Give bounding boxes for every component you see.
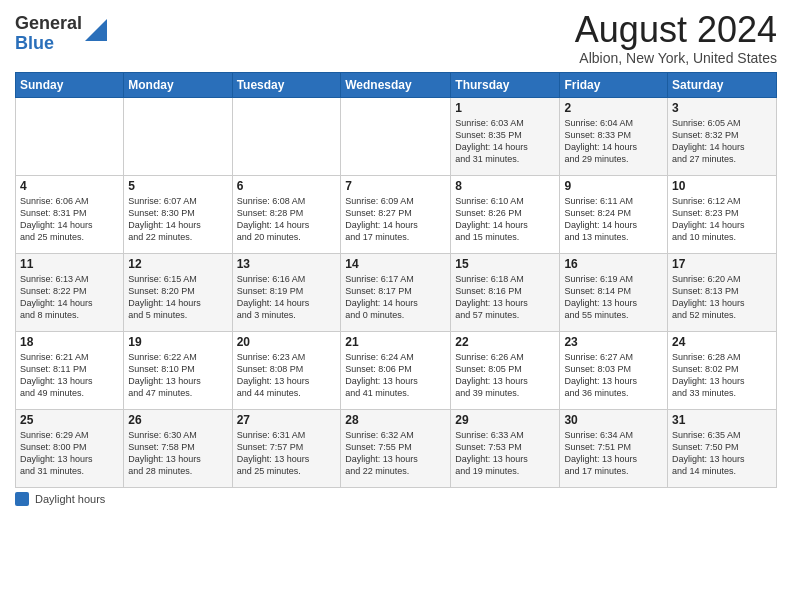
day-info: Sunrise: 6:03 AM Sunset: 8:35 PM Dayligh… <box>455 117 555 166</box>
day-info: Sunrise: 6:31 AM Sunset: 7:57 PM Dayligh… <box>237 429 337 478</box>
day-number: 7 <box>345 179 446 193</box>
day-number: 13 <box>237 257 337 271</box>
day-number: 28 <box>345 413 446 427</box>
day-number: 19 <box>128 335 227 349</box>
day-info: Sunrise: 6:34 AM Sunset: 7:51 PM Dayligh… <box>564 429 663 478</box>
calendar-cell: 13Sunrise: 6:16 AM Sunset: 8:19 PM Dayli… <box>232 253 341 331</box>
day-info: Sunrise: 6:29 AM Sunset: 8:00 PM Dayligh… <box>20 429 119 478</box>
day-info: Sunrise: 6:28 AM Sunset: 8:02 PM Dayligh… <box>672 351 772 400</box>
title-block: August 2024 Albion, New York, United Sta… <box>575 10 777 66</box>
day-number: 27 <box>237 413 337 427</box>
day-number: 17 <box>672 257 772 271</box>
logo: General Blue <box>15 14 107 54</box>
day-number: 30 <box>564 413 663 427</box>
day-number: 5 <box>128 179 227 193</box>
day-info: Sunrise: 6:13 AM Sunset: 8:22 PM Dayligh… <box>20 273 119 322</box>
month-title: August 2024 <box>575 10 777 50</box>
day-info: Sunrise: 6:05 AM Sunset: 8:32 PM Dayligh… <box>672 117 772 166</box>
day-info: Sunrise: 6:20 AM Sunset: 8:13 PM Dayligh… <box>672 273 772 322</box>
calendar-cell: 15Sunrise: 6:18 AM Sunset: 8:16 PM Dayli… <box>451 253 560 331</box>
weekday-header-wednesday: Wednesday <box>341 72 451 97</box>
day-info: Sunrise: 6:10 AM Sunset: 8:26 PM Dayligh… <box>455 195 555 244</box>
day-number: 15 <box>455 257 555 271</box>
weekday-header-tuesday: Tuesday <box>232 72 341 97</box>
weekday-header-sunday: Sunday <box>16 72 124 97</box>
weekday-header-monday: Monday <box>124 72 232 97</box>
calendar-cell: 6Sunrise: 6:08 AM Sunset: 8:28 PM Daylig… <box>232 175 341 253</box>
calendar-cell: 18Sunrise: 6:21 AM Sunset: 8:11 PM Dayli… <box>16 331 124 409</box>
calendar-cell: 17Sunrise: 6:20 AM Sunset: 8:13 PM Dayli… <box>668 253 777 331</box>
weekday-header-friday: Friday <box>560 72 668 97</box>
daylight-label: Daylight hours <box>35 493 105 505</box>
day-number: 22 <box>455 335 555 349</box>
page-container: General Blue August 2024 Albion, New Yor… <box>0 0 792 511</box>
calendar-cell: 5Sunrise: 6:07 AM Sunset: 8:30 PM Daylig… <box>124 175 232 253</box>
day-info: Sunrise: 6:22 AM Sunset: 8:10 PM Dayligh… <box>128 351 227 400</box>
calendar-cell: 10Sunrise: 6:12 AM Sunset: 8:23 PM Dayli… <box>668 175 777 253</box>
calendar-cell: 7Sunrise: 6:09 AM Sunset: 8:27 PM Daylig… <box>341 175 451 253</box>
day-number: 6 <box>237 179 337 193</box>
calendar-cell: 14Sunrise: 6:17 AM Sunset: 8:17 PM Dayli… <box>341 253 451 331</box>
calendar-cell: 19Sunrise: 6:22 AM Sunset: 8:10 PM Dayli… <box>124 331 232 409</box>
calendar-cell: 22Sunrise: 6:26 AM Sunset: 8:05 PM Dayli… <box>451 331 560 409</box>
day-info: Sunrise: 6:23 AM Sunset: 8:08 PM Dayligh… <box>237 351 337 400</box>
day-info: Sunrise: 6:30 AM Sunset: 7:58 PM Dayligh… <box>128 429 227 478</box>
header: General Blue August 2024 Albion, New Yor… <box>15 10 777 66</box>
footer: Daylight hours <box>15 492 777 506</box>
calendar-cell: 8Sunrise: 6:10 AM Sunset: 8:26 PM Daylig… <box>451 175 560 253</box>
calendar-cell: 2Sunrise: 6:04 AM Sunset: 8:33 PM Daylig… <box>560 97 668 175</box>
calendar-cell <box>232 97 341 175</box>
calendar-cell: 9Sunrise: 6:11 AM Sunset: 8:24 PM Daylig… <box>560 175 668 253</box>
calendar-cell: 1Sunrise: 6:03 AM Sunset: 8:35 PM Daylig… <box>451 97 560 175</box>
day-number: 16 <box>564 257 663 271</box>
logo-blue: Blue <box>15 34 82 54</box>
logo-icon <box>85 19 107 41</box>
day-number: 2 <box>564 101 663 115</box>
day-info: Sunrise: 6:19 AM Sunset: 8:14 PM Dayligh… <box>564 273 663 322</box>
calendar-week-4: 18Sunrise: 6:21 AM Sunset: 8:11 PM Dayli… <box>16 331 777 409</box>
day-info: Sunrise: 6:15 AM Sunset: 8:20 PM Dayligh… <box>128 273 227 322</box>
day-info: Sunrise: 6:27 AM Sunset: 8:03 PM Dayligh… <box>564 351 663 400</box>
day-number: 25 <box>20 413 119 427</box>
calendar-cell: 27Sunrise: 6:31 AM Sunset: 7:57 PM Dayli… <box>232 409 341 487</box>
calendar-cell: 20Sunrise: 6:23 AM Sunset: 8:08 PM Dayli… <box>232 331 341 409</box>
day-number: 21 <box>345 335 446 349</box>
calendar-week-5: 25Sunrise: 6:29 AM Sunset: 8:00 PM Dayli… <box>16 409 777 487</box>
day-number: 29 <box>455 413 555 427</box>
weekday-header-thursday: Thursday <box>451 72 560 97</box>
calendar-cell: 16Sunrise: 6:19 AM Sunset: 8:14 PM Dayli… <box>560 253 668 331</box>
day-info: Sunrise: 6:21 AM Sunset: 8:11 PM Dayligh… <box>20 351 119 400</box>
location: Albion, New York, United States <box>575 50 777 66</box>
day-info: Sunrise: 6:24 AM Sunset: 8:06 PM Dayligh… <box>345 351 446 400</box>
day-number: 1 <box>455 101 555 115</box>
day-info: Sunrise: 6:32 AM Sunset: 7:55 PM Dayligh… <box>345 429 446 478</box>
calendar-cell: 21Sunrise: 6:24 AM Sunset: 8:06 PM Dayli… <box>341 331 451 409</box>
calendar-cell: 29Sunrise: 6:33 AM Sunset: 7:53 PM Dayli… <box>451 409 560 487</box>
day-number: 20 <box>237 335 337 349</box>
logo-text: General Blue <box>15 14 82 54</box>
svg-marker-0 <box>85 19 107 41</box>
day-info: Sunrise: 6:33 AM Sunset: 7:53 PM Dayligh… <box>455 429 555 478</box>
day-number: 12 <box>128 257 227 271</box>
day-info: Sunrise: 6:18 AM Sunset: 8:16 PM Dayligh… <box>455 273 555 322</box>
day-number: 10 <box>672 179 772 193</box>
day-info: Sunrise: 6:12 AM Sunset: 8:23 PM Dayligh… <box>672 195 772 244</box>
weekday-header-row: SundayMondayTuesdayWednesdayThursdayFrid… <box>16 72 777 97</box>
calendar-cell: 26Sunrise: 6:30 AM Sunset: 7:58 PM Dayli… <box>124 409 232 487</box>
weekday-header-saturday: Saturday <box>668 72 777 97</box>
calendar-cell: 30Sunrise: 6:34 AM Sunset: 7:51 PM Dayli… <box>560 409 668 487</box>
calendar-cell <box>124 97 232 175</box>
daylight-icon <box>15 492 29 506</box>
day-number: 18 <box>20 335 119 349</box>
day-info: Sunrise: 6:26 AM Sunset: 8:05 PM Dayligh… <box>455 351 555 400</box>
day-info: Sunrise: 6:07 AM Sunset: 8:30 PM Dayligh… <box>128 195 227 244</box>
day-number: 8 <box>455 179 555 193</box>
calendar-cell: 23Sunrise: 6:27 AM Sunset: 8:03 PM Dayli… <box>560 331 668 409</box>
calendar-cell: 28Sunrise: 6:32 AM Sunset: 7:55 PM Dayli… <box>341 409 451 487</box>
calendar-cell <box>341 97 451 175</box>
calendar-cell: 25Sunrise: 6:29 AM Sunset: 8:00 PM Dayli… <box>16 409 124 487</box>
day-info: Sunrise: 6:08 AM Sunset: 8:28 PM Dayligh… <box>237 195 337 244</box>
day-number: 11 <box>20 257 119 271</box>
day-info: Sunrise: 6:11 AM Sunset: 8:24 PM Dayligh… <box>564 195 663 244</box>
day-info: Sunrise: 6:17 AM Sunset: 8:17 PM Dayligh… <box>345 273 446 322</box>
